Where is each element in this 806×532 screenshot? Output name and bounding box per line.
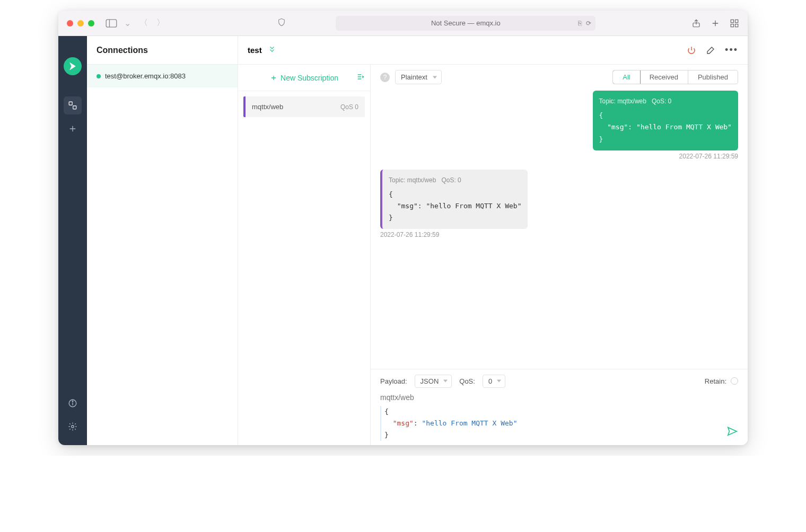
payload-display-select[interactable]: Plaintext — [395, 70, 442, 84]
svg-point-12 — [72, 425, 74, 428]
detail-header: test ••• — [238, 36, 748, 65]
reload-icon[interactable]: ⟳ — [586, 20, 591, 27]
sidebar-toggle-icon[interactable] — [105, 19, 118, 28]
subscriptions-panel: New Subscription mqttx/web QoS 0 — [238, 65, 371, 445]
subscription-qos: QoS 0 — [340, 103, 358, 111]
msg-topic: Topic: mqttx/web — [389, 176, 436, 184]
qos-select[interactable]: 0 — [483, 375, 505, 388]
svg-rect-8 — [73, 106, 76, 109]
privacy-shield-icon[interactable] — [277, 18, 286, 29]
share-icon[interactable] — [691, 19, 701, 28]
detail-panel: test ••• — [238, 36, 748, 445]
filter-published[interactable]: Published — [688, 70, 738, 84]
subscription-item[interactable]: mqttx/web QoS 0 — [243, 96, 365, 117]
nav-connections-icon[interactable] — [64, 96, 82, 114]
browser-toolbar: ⌄ 〈 〉 Not Secure — emqx.io ⎘ ⟳ — [58, 11, 748, 36]
more-button[interactable]: ••• — [725, 45, 738, 56]
qos-value: 0 — [488, 377, 492, 385]
help-icon[interactable]: ? — [380, 73, 390, 82]
msg-qos: QoS: 0 — [652, 97, 671, 105]
new-subscription-label: New Subscription — [281, 74, 338, 82]
messages-list[interactable]: Topic: mqttx/web QoS: 0{ "msg": "hello F… — [371, 87, 748, 369]
chevron-down-icon[interactable]: ⌄ — [122, 18, 133, 28]
retain-label: Retain: — [705, 377, 726, 385]
msg-body: { "msg": "hello From MQTT X Web" } — [599, 111, 732, 143]
translate-icon[interactable]: ⎘ — [578, 20, 582, 27]
composer: Payload: JSON QoS: 0 Retain: — [371, 369, 748, 445]
expand-icon[interactable] — [268, 46, 276, 55]
svg-rect-5 — [731, 24, 733, 26]
message-bubble[interactable]: Topic: mqttx/web QoS: 0{ "msg": "hello F… — [593, 91, 738, 150]
window-controls — [67, 20, 94, 26]
status-dot-online — [97, 74, 101, 78]
connections-title: Connections — [87, 36, 238, 65]
connection-title: test — [248, 46, 262, 55]
new-subscription-button[interactable]: New Subscription — [238, 65, 370, 91]
svg-rect-0 — [106, 19, 117, 26]
send-button[interactable] — [726, 425, 738, 441]
msg-qos: QoS: 0 — [441, 176, 461, 184]
msg-body: { "msg": "hello From MQTT X Web" } — [389, 190, 521, 221]
tab-overview-icon[interactable] — [730, 19, 739, 28]
retain-toggle[interactable] — [731, 377, 738, 385]
msg-timestamp: 2022-07-26 11:29:59 — [679, 153, 738, 160]
composer-body-editor[interactable]: { "msg": "hello From MQTT X Web"} — [380, 406, 738, 441]
editor-key: "msg" — [393, 419, 414, 427]
app-logo[interactable] — [64, 57, 82, 75]
svg-rect-3 — [731, 20, 733, 22]
nav-info-icon[interactable] — [64, 394, 82, 412]
nav-forward[interactable]: 〉 — [154, 17, 167, 29]
msg-topic: Topic: mqttx/web — [599, 97, 646, 105]
zoom-window[interactable] — [88, 20, 94, 26]
messages-toolbar: ? Plaintext All Received Published — [371, 65, 748, 87]
close-window[interactable] — [67, 20, 73, 26]
nav-add-icon[interactable] — [64, 120, 82, 138]
disconnect-button[interactable] — [687, 46, 696, 55]
address-label: Not Secure — emqx.io — [431, 19, 501, 27]
message-received: Topic: mqttx/web QoS: 0{ "msg": "hello F… — [380, 170, 738, 239]
editor-value: "hello From MQTT X Web" — [422, 419, 517, 427]
svg-point-11 — [72, 401, 73, 402]
message-sent: Topic: mqttx/web QoS: 0{ "msg": "hello F… — [380, 91, 738, 160]
subscription-topic: mqttx/web — [252, 103, 283, 111]
collapse-subscriptions-icon[interactable] — [356, 73, 365, 83]
svg-rect-4 — [735, 20, 738, 22]
filter-received[interactable]: Received — [640, 70, 688, 84]
nav-settings-icon[interactable] — [64, 418, 82, 436]
qos-label: QoS: — [459, 377, 475, 385]
payload-display-value: Plaintext — [401, 73, 427, 81]
edit-button[interactable] — [706, 46, 715, 55]
nav-rail — [58, 36, 87, 445]
message-bubble[interactable]: Topic: mqttx/web QoS: 0{ "msg": "hello F… — [380, 170, 528, 229]
app-root: Connections test@broker.emqx.io:8083 tes… — [58, 36, 748, 445]
connections-panel: Connections test@broker.emqx.io:8083 — [87, 36, 238, 445]
payload-format-select[interactable]: JSON — [415, 375, 452, 388]
filter-all[interactable]: All — [612, 70, 640, 84]
payload-format-value: JSON — [420, 377, 439, 385]
new-tab-icon[interactable] — [711, 19, 720, 28]
nav-back[interactable]: 〈 — [137, 17, 150, 29]
browser-window: ⌄ 〈 〉 Not Secure — emqx.io ⎘ ⟳ — [58, 11, 748, 445]
connection-label: test@broker.emqx.io:8083 — [105, 72, 186, 80]
composer-topic-input[interactable]: mqttx/web — [380, 393, 738, 402]
message-filter-tabs: All Received Published — [612, 70, 738, 84]
minimize-window[interactable] — [77, 20, 84, 26]
address-bar[interactable]: Not Secure — emqx.io ⎘ ⟳ — [336, 16, 595, 31]
connection-item[interactable]: test@broker.emqx.io:8083 — [87, 65, 238, 87]
payload-label: Payload: — [380, 377, 407, 385]
messages-panel: ? Plaintext All Received Published Topic… — [371, 65, 748, 445]
svg-rect-7 — [69, 102, 72, 105]
svg-rect-6 — [735, 24, 738, 26]
msg-timestamp: 2022-07-26 11:29:59 — [380, 231, 439, 238]
